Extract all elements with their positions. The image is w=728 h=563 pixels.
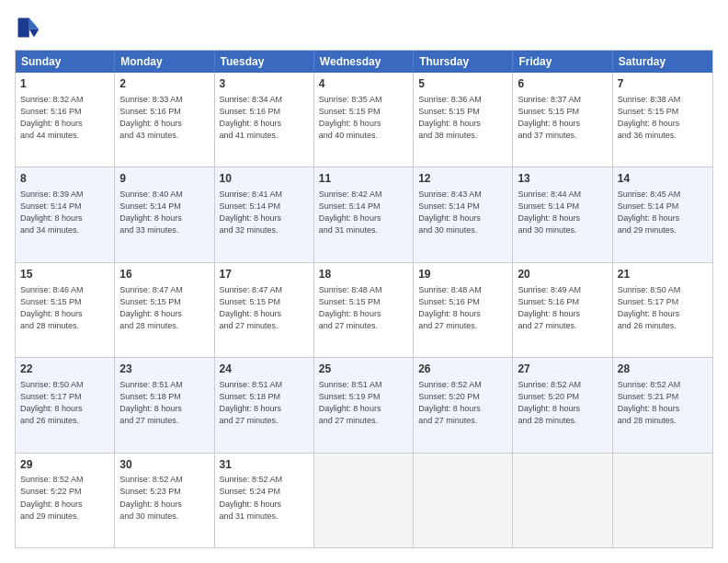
day-info: Sunrise: 8:40 AM Sunset: 5:14 PM Dayligh…	[119, 189, 209, 236]
day-number: 17	[220, 267, 309, 282]
day-number: 14	[618, 171, 708, 187]
logo-icon	[15, 15, 40, 40]
page: SundayMondayTuesdayWednesdayThursdayFrid…	[0, 0, 728, 563]
day-info: Sunrise: 8:45 AM Sunset: 5:14 PM Dayligh…	[618, 189, 708, 236]
day-cell: 3Sunrise: 8:34 AM Sunset: 5:16 PM Daylig…	[215, 73, 314, 167]
day-info: Sunrise: 8:48 AM Sunset: 5:15 PM Dayligh…	[319, 284, 408, 332]
day-cell	[513, 454, 612, 547]
calendar-header: SundayMondayTuesdayWednesdayThursdayFrid…	[16, 51, 712, 73]
day-header-tuesday: Tuesday	[215, 51, 314, 73]
day-info: Sunrise: 8:34 AM Sunset: 5:16 PM Dayligh…	[220, 94, 309, 142]
day-number: 18	[319, 267, 408, 282]
logo	[15, 15, 44, 40]
week-row-4: 22Sunrise: 8:50 AM Sunset: 5:17 PM Dayli…	[16, 358, 712, 453]
day-cell: 14Sunrise: 8:45 AM Sunset: 5:14 PM Dayli…	[613, 167, 712, 261]
day-number: 13	[518, 171, 607, 187]
svg-rect-2	[18, 18, 29, 38]
day-cell: 26Sunrise: 8:52 AM Sunset: 5:20 PM Dayli…	[414, 358, 513, 452]
day-cell: 7Sunrise: 8:38 AM Sunset: 5:15 PM Daylig…	[613, 73, 712, 167]
day-number: 16	[119, 267, 209, 282]
day-cell: 29Sunrise: 8:52 AM Sunset: 5:22 PM Dayli…	[16, 454, 115, 547]
day-info: Sunrise: 8:52 AM Sunset: 5:20 PM Dayligh…	[418, 379, 507, 427]
day-info: Sunrise: 8:46 AM Sunset: 5:15 PM Dayligh…	[20, 284, 109, 332]
day-cell	[414, 454, 513, 547]
day-info: Sunrise: 8:35 AM Sunset: 5:15 PM Dayligh…	[319, 94, 408, 142]
day-number: 28	[618, 362, 708, 377]
day-cell: 25Sunrise: 8:51 AM Sunset: 5:19 PM Dayli…	[314, 358, 414, 452]
week-row-1: 1Sunrise: 8:32 AM Sunset: 5:16 PM Daylig…	[16, 73, 712, 167]
day-info: Sunrise: 8:52 AM Sunset: 5:20 PM Dayligh…	[518, 379, 607, 427]
day-number: 3	[220, 76, 309, 92]
day-cell: 1Sunrise: 8:32 AM Sunset: 5:16 PM Daylig…	[16, 73, 115, 167]
day-number: 23	[119, 362, 209, 377]
day-number: 12	[418, 171, 507, 187]
day-header-sunday: Sunday	[16, 51, 115, 73]
day-info: Sunrise: 8:49 AM Sunset: 5:16 PM Dayligh…	[518, 284, 607, 332]
day-number: 10	[220, 171, 309, 187]
day-number: 29	[20, 457, 109, 473]
day-cell: 31Sunrise: 8:52 AM Sunset: 5:24 PM Dayli…	[215, 454, 314, 547]
svg-marker-1	[29, 29, 40, 38]
day-number: 8	[20, 171, 109, 187]
day-number: 31	[220, 457, 309, 473]
week-row-5: 29Sunrise: 8:52 AM Sunset: 5:22 PM Dayli…	[16, 454, 712, 547]
day-cell: 12Sunrise: 8:43 AM Sunset: 5:14 PM Dayli…	[414, 167, 513, 261]
day-header-saturday: Saturday	[613, 51, 712, 73]
day-cell: 4Sunrise: 8:35 AM Sunset: 5:15 PM Daylig…	[314, 73, 414, 167]
calendar-body: 1Sunrise: 8:32 AM Sunset: 5:16 PM Daylig…	[16, 73, 712, 547]
day-number: 30	[119, 457, 209, 473]
day-info: Sunrise: 8:43 AM Sunset: 5:14 PM Dayligh…	[418, 189, 507, 236]
day-cell: 8Sunrise: 8:39 AM Sunset: 5:14 PM Daylig…	[16, 167, 115, 261]
day-cell: 30Sunrise: 8:52 AM Sunset: 5:23 PM Dayli…	[115, 454, 214, 547]
day-info: Sunrise: 8:51 AM Sunset: 5:19 PM Dayligh…	[319, 379, 408, 427]
day-cell: 23Sunrise: 8:51 AM Sunset: 5:18 PM Dayli…	[115, 358, 214, 452]
day-number: 22	[20, 362, 109, 377]
day-number: 1	[20, 76, 109, 92]
header	[15, 15, 713, 40]
day-number: 19	[418, 267, 507, 282]
svg-marker-0	[29, 18, 40, 29]
day-cell: 24Sunrise: 8:51 AM Sunset: 5:18 PM Dayli…	[215, 358, 314, 452]
day-info: Sunrise: 8:52 AM Sunset: 5:22 PM Dayligh…	[20, 474, 109, 522]
day-info: Sunrise: 8:42 AM Sunset: 5:14 PM Dayligh…	[319, 189, 408, 236]
day-cell: 16Sunrise: 8:47 AM Sunset: 5:15 PM Dayli…	[115, 263, 214, 357]
day-number: 27	[518, 362, 607, 377]
day-number: 11	[319, 171, 408, 187]
day-number: 24	[220, 362, 309, 377]
day-number: 21	[618, 267, 708, 282]
day-cell: 19Sunrise: 8:48 AM Sunset: 5:16 PM Dayli…	[414, 263, 513, 357]
day-header-friday: Friday	[513, 51, 612, 73]
calendar: SundayMondayTuesdayWednesdayThursdayFrid…	[15, 50, 713, 548]
day-info: Sunrise: 8:44 AM Sunset: 5:14 PM Dayligh…	[518, 189, 607, 236]
day-cell: 5Sunrise: 8:36 AM Sunset: 5:15 PM Daylig…	[414, 73, 513, 167]
day-info: Sunrise: 8:52 AM Sunset: 5:21 PM Dayligh…	[618, 379, 708, 427]
day-cell	[613, 454, 712, 547]
day-number: 15	[20, 267, 109, 282]
day-info: Sunrise: 8:48 AM Sunset: 5:16 PM Dayligh…	[418, 284, 507, 332]
day-header-wednesday: Wednesday	[314, 51, 414, 73]
day-info: Sunrise: 8:47 AM Sunset: 5:15 PM Dayligh…	[220, 284, 309, 332]
day-number: 7	[618, 76, 708, 92]
day-cell: 18Sunrise: 8:48 AM Sunset: 5:15 PM Dayli…	[314, 263, 414, 357]
day-cell: 10Sunrise: 8:41 AM Sunset: 5:14 PM Dayli…	[215, 167, 314, 261]
week-row-2: 8Sunrise: 8:39 AM Sunset: 5:14 PM Daylig…	[16, 167, 712, 262]
day-info: Sunrise: 8:41 AM Sunset: 5:14 PM Dayligh…	[220, 189, 309, 236]
day-number: 25	[319, 362, 408, 377]
day-number: 26	[418, 362, 507, 377]
day-cell: 6Sunrise: 8:37 AM Sunset: 5:15 PM Daylig…	[513, 73, 612, 167]
day-info: Sunrise: 8:33 AM Sunset: 5:16 PM Dayligh…	[119, 94, 209, 142]
day-info: Sunrise: 8:47 AM Sunset: 5:15 PM Dayligh…	[119, 284, 209, 332]
day-info: Sunrise: 8:36 AM Sunset: 5:15 PM Dayligh…	[418, 94, 507, 142]
day-header-thursday: Thursday	[414, 51, 513, 73]
day-cell: 22Sunrise: 8:50 AM Sunset: 5:17 PM Dayli…	[16, 358, 115, 452]
day-number: 4	[319, 76, 408, 92]
day-cell: 20Sunrise: 8:49 AM Sunset: 5:16 PM Dayli…	[513, 263, 612, 357]
day-cell: 28Sunrise: 8:52 AM Sunset: 5:21 PM Dayli…	[613, 358, 712, 452]
day-cell: 21Sunrise: 8:50 AM Sunset: 5:17 PM Dayli…	[613, 263, 712, 357]
day-cell: 27Sunrise: 8:52 AM Sunset: 5:20 PM Dayli…	[513, 358, 612, 452]
day-cell: 9Sunrise: 8:40 AM Sunset: 5:14 PM Daylig…	[115, 167, 214, 261]
day-cell: 15Sunrise: 8:46 AM Sunset: 5:15 PM Dayli…	[16, 263, 115, 357]
day-cell: 11Sunrise: 8:42 AM Sunset: 5:14 PM Dayli…	[314, 167, 414, 261]
day-info: Sunrise: 8:37 AM Sunset: 5:15 PM Dayligh…	[518, 94, 607, 142]
day-cell: 13Sunrise: 8:44 AM Sunset: 5:14 PM Dayli…	[513, 167, 612, 261]
